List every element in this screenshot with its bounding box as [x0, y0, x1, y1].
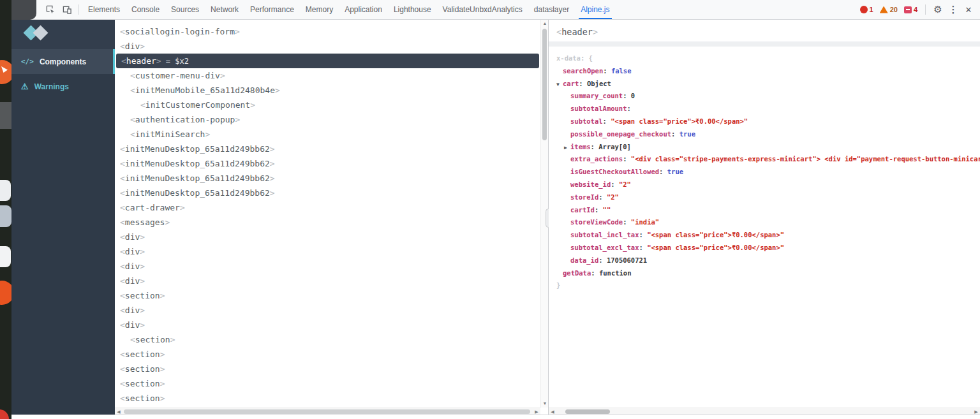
tab-validateunbxdanalytics[interactable]: ValidateUnbxdAnalytics: [437, 0, 528, 19]
prop-subtotal_excl_tax: subtotal_excl_tax: "<span class="price">…: [549, 242, 980, 254]
tree-node-customer-menu-div[interactable]: <customer-menu-div>: [115, 68, 540, 83]
tree-node-initMenuDesktop_65a11d249bb62[interactable]: <initMenuDesktop_65a11d249bb62>: [115, 186, 540, 200]
tree-node-messages[interactable]: <messages>: [115, 215, 540, 230]
console-error-badge[interactable]: 1: [858, 6, 875, 13]
prop-subtotalAmount: subtotalAmount:: [549, 103, 980, 115]
tab-console[interactable]: Console: [126, 0, 165, 19]
scroll-left-arrow[interactable]: ◀: [115, 408, 122, 415]
prop-value: "": [603, 206, 611, 214]
close-bracket: >: [140, 261, 145, 271]
sidebar-item-warnings[interactable]: ⚠Warnings: [11, 74, 115, 99]
tab-memory[interactable]: Memory: [300, 0, 339, 19]
settings-gear-icon[interactable]: ⚙: [932, 4, 944, 15]
app-white-square-icon[interactable]: [0, 246, 11, 267]
tree-hscroll-thumb[interactable]: [124, 409, 530, 414]
prop-colon: :: [623, 92, 631, 99]
tree-node-section[interactable]: <section>: [115, 376, 540, 391]
tree-node-section[interactable]: <section>: [115, 391, 540, 406]
tag-name: sociallogin-login-form: [125, 27, 235, 36]
prop-data_id: data_id: 1705060721: [549, 254, 980, 267]
scroll-left-arrow[interactable]: ◀: [549, 408, 556, 415]
tree-node-initMenuDesktop_65a11d249bb62[interactable]: <initMenuDesktop_65a11d249bb62>: [115, 142, 540, 156]
tab-network[interactable]: Network: [205, 0, 244, 19]
tree-node-div[interactable]: <div>: [115, 259, 540, 274]
tree-node-section[interactable]: <section>: [115, 362, 540, 376]
tree-node-cart-drawer[interactable]: <cart-drawer>: [115, 200, 540, 215]
tree-node-section[interactable]: <section>: [115, 288, 540, 303]
tree-node-section[interactable]: <section>: [115, 347, 540, 362]
open-bracket: <: [120, 305, 125, 315]
scroll-up-arrow[interactable]: ▲: [541, 20, 548, 27]
open-bracket: <: [120, 393, 125, 403]
prop-key: subtotal_incl_tax: [570, 231, 639, 239]
app-light-square-icon[interactable]: [0, 180, 11, 201]
tree-node-div[interactable]: <div>: [115, 39, 540, 54]
prop-colon: :: [579, 80, 587, 87]
tab-sources[interactable]: Sources: [165, 0, 205, 19]
tab-alpine-js[interactable]: Alpine.js: [575, 0, 615, 19]
tag-name: initMenuDesktop_65a11d249bb62: [125, 173, 270, 183]
tree-vscroll-thumb[interactable]: [542, 29, 547, 140]
inspector-horizontal-scrollbar[interactable]: ◀ ▶: [549, 408, 980, 415]
tree-node-authentication-popup[interactable]: <authentication-popup>: [115, 112, 540, 127]
tree-node-section[interactable]: <section>: [115, 332, 540, 347]
sidebar-item-components[interactable]: </>Components: [11, 49, 115, 74]
tree-node-initCustomerComponent[interactable]: <initCustomerComponent>: [115, 98, 540, 112]
console-warning-badge[interactable]: 20: [878, 6, 900, 13]
open-bracket: <: [120, 144, 125, 154]
tab-elements[interactable]: Elements: [82, 0, 126, 19]
prop-colon: :: [639, 244, 647, 251]
tree-node-div[interactable]: <div>: [115, 274, 540, 288]
device-toolbar-icon[interactable]: [61, 4, 73, 15]
prop-cartId: cartId: "": [549, 204, 980, 217]
tab-lighthouse[interactable]: Lighthouse: [388, 0, 437, 19]
tree-node-initMenuDesktop_65a11d249bb62[interactable]: <initMenuDesktop_65a11d249bb62>: [115, 156, 540, 171]
sidebar-item-label: Components: [40, 57, 86, 66]
alpine-sidebar: </>Components⚠Warnings: [11, 20, 115, 415]
tree-node-div[interactable]: <div>: [115, 244, 540, 259]
scroll-right-arrow[interactable]: ▶: [972, 408, 980, 415]
close-bracket: >: [160, 364, 165, 374]
monitor-app-icon[interactable]: [0, 205, 11, 227]
prop-possible_onepage_checkout: possible_onepage_checkout: true: [549, 128, 980, 141]
app-red-icon[interactable]: [0, 409, 9, 419]
prop-value: "india": [631, 218, 659, 226]
firefox-pointer-detail: [1, 66, 8, 73]
expand-arrow-icon[interactable]: ▼: [556, 78, 563, 91]
tree-node-initMenuDesktop_65a11d249bb62[interactable]: <initMenuDesktop_65a11d249bb62>: [115, 171, 540, 186]
inspector-hscroll-thumb[interactable]: [565, 409, 610, 414]
tag-name: section: [125, 379, 160, 388]
ubuntu-icon[interactable]: [0, 281, 11, 305]
firefox-icon[interactable]: [0, 60, 11, 84]
open-bracket: <: [130, 85, 135, 95]
tag-name: initMenuDesktop_65a11d249bb62: [125, 144, 270, 154]
tree-node-sociallogin-login-form[interactable]: <sociallogin-login-form>: [115, 24, 540, 39]
tab-performance[interactable]: Performance: [244, 0, 300, 19]
more-menu-icon[interactable]: ⋮: [947, 4, 960, 15]
tab-dataslayer[interactable]: dataslayer: [528, 0, 575, 19]
app-dark-square-icon[interactable]: [0, 102, 11, 129]
tree-node-initMenuMobile_65a11d2480b4e[interactable]: <initMenuMobile_65a11d2480b4e>: [115, 83, 540, 98]
prop-searchOpen: searchOpen: false: [549, 65, 980, 78]
scroll-right-arrow[interactable]: ▶: [533, 408, 540, 415]
prop-items: ▶items: Array[0]: [549, 141, 980, 154]
close-bracket: >: [140, 247, 145, 256]
tree-node-div[interactable]: <div>: [115, 230, 540, 244]
devtools-tabs: ElementsConsoleSourcesNetworkPerformance…: [82, 0, 616, 19]
tree-node-initMiniSearch[interactable]: <initMiniSearch>: [115, 127, 540, 142]
tree-node-div[interactable]: <div>: [115, 318, 540, 332]
tab-application[interactable]: Application: [339, 0, 388, 19]
open-bracket: <: [120, 291, 125, 300]
open-bracket: <: [120, 232, 125, 242]
prop-colon: :: [603, 67, 611, 75]
tree-node-header[interactable]: <header> = $x2: [116, 54, 539, 68]
tree-node-div[interactable]: <div>: [115, 303, 540, 318]
close-devtools-icon[interactable]: ✕: [962, 5, 975, 15]
tree-horizontal-scrollbar[interactable]: ◀ ▶: [115, 408, 540, 415]
prop-value: "2": [607, 193, 619, 201]
scroll-down-arrow[interactable]: ▼: [541, 400, 548, 408]
expand-arrow-icon[interactable]: ▶: [564, 142, 570, 154]
inspect-element-icon[interactable]: [45, 4, 56, 15]
issues-badge[interactable]: 4: [902, 6, 919, 13]
prop-value: "<span class="price">₹0.00</span>": [647, 231, 784, 239]
